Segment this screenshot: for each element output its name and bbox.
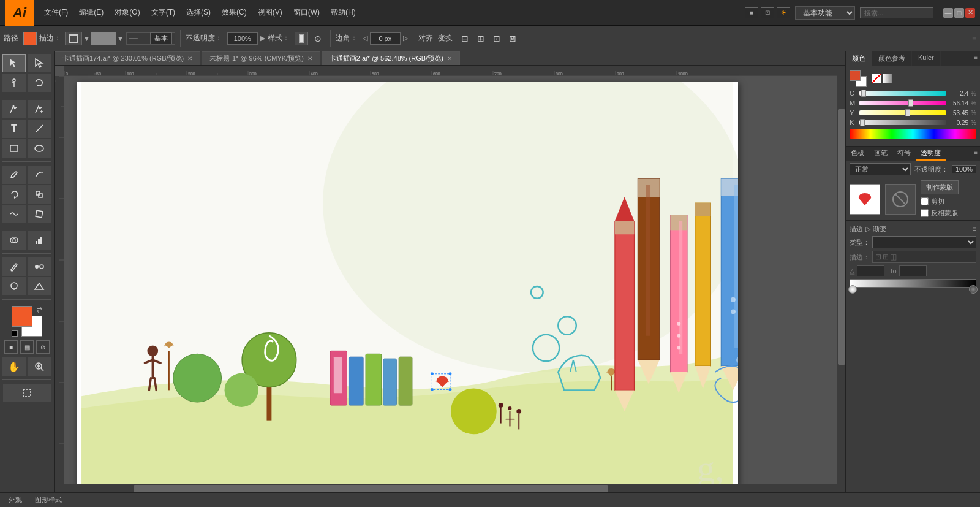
- align-btn4[interactable]: ⊠: [505, 31, 520, 46]
- magic-wand-tool[interactable]: [2, 74, 26, 92]
- menu-help[interactable]: 帮助(H): [326, 5, 361, 20]
- reset-colors-icon[interactable]: [12, 330, 18, 337]
- vertical-scrollbar[interactable]: [837, 66, 845, 492]
- kuler-tab[interactable]: Kuler: [912, 51, 941, 66]
- maximize-button[interactable]: □: [954, 8, 964, 18]
- mode-indicator3[interactable]: ☀: [777, 7, 790, 18]
- gradient-to-input[interactable]: [899, 265, 927, 276]
- color-spectrum[interactable]: [850, 129, 976, 139]
- artboard-tool[interactable]: [3, 384, 51, 402]
- invert-checkbox[interactable]: [921, 209, 929, 217]
- transparency-tab[interactable]: 透明度: [916, 147, 946, 161]
- grad-expand-icon[interactable]: ▷: [865, 225, 870, 233]
- corner-arrow-right[interactable]: ▷: [403, 34, 408, 42]
- swap-colors-icon[interactable]: ⇄: [37, 306, 42, 314]
- symbol-sprayer-tool[interactable]: [2, 277, 26, 295]
- k-slider-track[interactable]: [859, 120, 946, 125]
- lasso-tool[interactable]: [28, 74, 51, 92]
- menu-text[interactable]: 文字(T): [146, 5, 180, 20]
- tab-1[interactable]: 卡通插画174.ai* @ 230.01% (RGB/预览) ✕: [55, 51, 200, 65]
- stroke-color-swatch[interactable]: [91, 32, 116, 45]
- menu-file[interactable]: 文件(F): [39, 5, 73, 20]
- hand-tool[interactable]: ✋: [2, 357, 26, 376]
- gradient-angle-input[interactable]: [857, 265, 884, 276]
- mode-indicator1[interactable]: ■: [745, 7, 758, 18]
- eyedropper-tool[interactable]: [2, 257, 26, 276]
- zoom-tool[interactable]: [28, 357, 51, 376]
- menu-edit[interactable]: 编辑(E): [74, 5, 108, 20]
- corner-arrow-left[interactable]: ◁: [363, 34, 368, 42]
- style-btn[interactable]: [295, 32, 308, 45]
- workspace-dropdown[interactable]: 基本功能: [795, 6, 855, 20]
- vertical-scroll-thumb[interactable]: [838, 109, 845, 365]
- chart-tool[interactable]: [28, 231, 51, 250]
- stroke-btn[interactable]: [65, 32, 82, 45]
- foreground-color[interactable]: [12, 306, 32, 327]
- color-tab[interactable]: 颜色: [846, 51, 872, 66]
- k-slider-thumb[interactable]: [860, 119, 865, 126]
- search-input[interactable]: [860, 7, 933, 18]
- none-fill-btn[interactable]: [872, 74, 881, 83]
- lower-panel-menu[interactable]: ≡: [971, 147, 980, 161]
- gradient-btn[interactable]: ▦: [20, 340, 34, 354]
- status-appearance[interactable]: 外观: [5, 495, 26, 505]
- line-tool[interactable]: [28, 120, 51, 138]
- tab-2[interactable]: 未标题-1* @ 96% (CMYK/预览) ✕: [202, 51, 320, 65]
- shape-builder-tool[interactable]: [2, 231, 26, 250]
- minimize-button[interactable]: —: [943, 8, 953, 18]
- gradient-bar[interactable]: [850, 279, 976, 288]
- menu-effect[interactable]: 效果(C): [217, 5, 252, 20]
- y-slider-thumb[interactable]: [905, 109, 910, 116]
- rect-tool[interactable]: [2, 139, 26, 158]
- direct-selection-tool[interactable]: [28, 54, 51, 72]
- mini-foreground-color[interactable]: [850, 70, 861, 81]
- tab-3[interactable]: 卡通插画2.ai* @ 562.48% (RGB/预览) ✕: [322, 51, 460, 65]
- horizontal-scrollbar[interactable]: [55, 484, 845, 492]
- smooth-tool[interactable]: [28, 166, 51, 184]
- blend-tool[interactable]: [28, 257, 51, 276]
- swatches-tab[interactable]: 色板: [846, 147, 869, 161]
- align-btn2[interactable]: ⊞: [473, 31, 488, 46]
- symbols-tab[interactable]: 符号: [892, 147, 916, 161]
- object-thumbnail[interactable]: [850, 184, 880, 215]
- align-btn1[interactable]: ⊟: [458, 31, 472, 46]
- clip-checkbox[interactable]: [921, 197, 929, 205]
- gradient-fill-btn[interactable]: [883, 74, 892, 83]
- pencil-tool[interactable]: [2, 166, 26, 184]
- mode-indicator2[interactable]: ⊡: [761, 7, 774, 18]
- corner-input[interactable]: [370, 32, 401, 45]
- warp-tool[interactable]: [2, 205, 26, 223]
- perspective-tool[interactable]: [28, 277, 51, 295]
- menu-select[interactable]: 选择(S): [181, 5, 216, 20]
- status-graphic-styles[interactable]: 图形样式: [31, 495, 66, 505]
- gradient-type-select[interactable]: [872, 236, 976, 248]
- menu-view[interactable]: 视图(V): [253, 5, 287, 20]
- y-slider-track[interactable]: [859, 110, 946, 115]
- align-btn3[interactable]: ⊡: [489, 31, 504, 46]
- gradient-menu[interactable]: ≡: [973, 226, 976, 232]
- stroke-width-input[interactable]: ── 基本: [126, 32, 175, 45]
- free-transform-tool[interactable]: [28, 205, 51, 223]
- opacity-arrow[interactable]: ▶: [260, 34, 265, 42]
- ellipse-tool[interactable]: [28, 139, 51, 158]
- panel-menu-icon[interactable]: ≡: [971, 51, 980, 66]
- pen-tool[interactable]: [2, 100, 26, 118]
- opacity-input[interactable]: [227, 32, 258, 45]
- color-reference-tab[interactable]: 颜色参考: [872, 51, 912, 66]
- scale-tool[interactable]: [28, 185, 51, 204]
- m-slider-track[interactable]: [859, 101, 946, 105]
- horizontal-scroll-thumb[interactable]: [134, 485, 608, 492]
- solid-color-btn[interactable]: ■: [4, 340, 18, 354]
- c-slider-thumb[interactable]: [861, 90, 866, 97]
- text-tool[interactable]: T: [2, 120, 26, 138]
- gradient-stop-right[interactable]: [969, 285, 978, 294]
- close-button[interactable]: ✕: [965, 8, 975, 18]
- tab-3-close[interactable]: ✕: [447, 55, 452, 62]
- tab-2-close[interactable]: ✕: [307, 55, 312, 62]
- blend-mode-select[interactable]: 正常: [850, 163, 911, 175]
- menu-window[interactable]: 窗口(W): [288, 5, 325, 20]
- make-mask-button[interactable]: 制作蒙版: [921, 180, 959, 194]
- c-slider-track[interactable]: [859, 91, 946, 96]
- circle-btn[interactable]: ⊙: [311, 31, 325, 46]
- tab-1-close[interactable]: ✕: [187, 55, 192, 62]
